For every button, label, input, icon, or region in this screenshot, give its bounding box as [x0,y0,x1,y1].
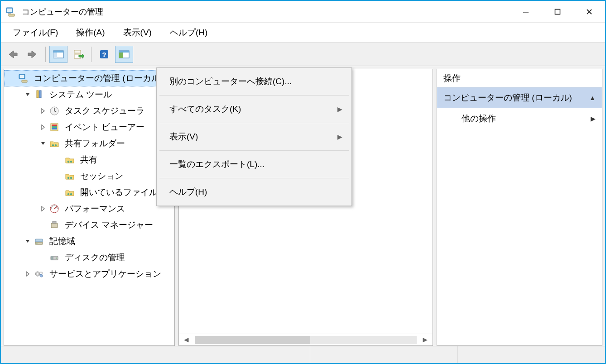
export-list-button[interactable] [69,46,87,63]
tree-expander-icon [53,187,64,198]
tree-expander-icon[interactable] [22,268,33,279]
tree-item[interactable]: 共有フォルダー [4,135,174,152]
tree-expander-icon[interactable] [38,138,48,149]
tree-expander-icon[interactable] [22,89,33,100]
menu-view[interactable]: 表示(V) [114,24,161,41]
context-menu-item[interactable]: 別のコンピューターへ接続(C)... [158,71,351,92]
tree-item-label: 共有フォルダー [65,138,125,149]
svg-rect-16 [20,75,24,78]
actions-more-item[interactable]: 他の操作 ▶ [437,108,602,129]
svg-rect-17 [22,80,27,82]
scrollbar-track[interactable] [195,336,417,344]
tree-item[interactable]: デバイス マネージャー [4,217,174,233]
svg-point-38 [37,243,38,244]
shared-folder-icon [64,154,76,166]
scroll-left-icon[interactable]: ◄ [183,335,190,345]
content: コンピューターの管理 (ローカル)システム ツールタスク スケジューライベント … [1,66,605,346]
tree-expander-icon [53,154,64,165]
tree-item[interactable]: サービスとアプリケーション [4,266,174,282]
svg-rect-37 [35,242,43,244]
tree-panel: コンピューターの管理 (ローカル)システム ツールタスク スケジューライベント … [4,69,175,346]
results-panel: 名前 ◄ ► 別のコンピューターへ接続(C)...すべてのタスク(K)▶表示(V… [178,69,433,346]
svg-rect-40 [51,256,53,260]
svg-rect-19 [39,91,41,98]
svg-point-44 [40,274,43,277]
context-menu-item[interactable]: ヘルプ(H) [158,181,351,203]
svg-rect-36 [35,239,43,242]
svg-rect-18 [37,91,38,98]
tree-item-label: システム ツール [49,89,112,101]
actions-panel-header: 操作 [437,69,602,87]
window-title: コンピューターの管理 [22,6,103,17]
show-hide-actions-icon [118,49,130,59]
app-icon [5,5,17,18]
svg-rect-13 [119,51,129,53]
context-menu-separator [159,150,349,151]
tree-item-label: パフォーマンス [65,203,125,215]
statusbar [1,346,605,363]
menu-file[interactable]: ファイル(F) [4,24,67,41]
tree-item[interactable]: 共有 [4,152,174,168]
context-menu-separator [159,95,349,96]
nav-back-button[interactable] [4,46,22,63]
maximize-button[interactable] [542,1,573,22]
nav-forward-icon [26,49,39,59]
tree-expander-icon[interactable] [38,122,48,133]
scrollbar-thumb[interactable] [195,336,310,344]
close-button[interactable] [573,1,605,22]
toolbar: ? [1,43,605,66]
svg-text:?: ? [102,51,106,58]
tree-item-label: イベント ビューアー [65,121,144,133]
storage-icon [33,235,45,247]
tree-expander-icon [7,73,18,84]
svg-rect-7 [53,51,63,53]
svg-rect-22 [52,125,57,126]
svg-point-41 [56,258,57,259]
nav-forward-button[interactable] [24,46,42,63]
tree-item[interactable]: 開いているファイル [4,184,174,201]
svg-point-29 [67,177,69,179]
submenu-arrow-icon: ▶ [591,115,596,122]
svg-point-28 [70,161,72,163]
context-menu-item[interactable]: すべてのタスク(K)▶ [158,98,351,120]
svg-rect-24 [52,128,57,129]
actions-group-header[interactable]: コンピューターの管理 (ローカル) ▲ [437,87,602,108]
statusbar-cell [1,346,310,363]
tree-expander-icon[interactable] [38,203,48,214]
show-hide-actions-button[interactable] [115,46,133,63]
console-tree[interactable]: コンピューターの管理 (ローカル)システム ツールタスク スケジューライベント … [4,69,174,283]
tree-item[interactable]: セッション [4,168,174,184]
tree-item-label: コンピューターの管理 (ローカル) [34,72,163,84]
tree-item[interactable]: システム ツール [4,86,174,103]
svg-point-27 [67,161,69,163]
tree-item[interactable]: パフォーマンス [4,201,174,217]
tree-item[interactable]: コンピューターの管理 (ローカル) [4,70,174,86]
statusbar-cell [310,346,457,363]
menu-help[interactable]: ヘルプ(H) [161,24,216,41]
tree-expander-icon [38,220,48,230]
context-menu-item[interactable]: 一覧のエクスポート(L)... [158,153,351,175]
tree-item[interactable]: ディスクの管理 [4,249,174,266]
horizontal-scrollbar[interactable]: ◄ ► [179,334,433,345]
svg-point-32 [70,193,72,195]
shared-folders-icon [48,138,60,149]
tree-expander-icon[interactable] [38,105,48,116]
context-menu-item[interactable]: 表示(V)▶ [158,126,351,148]
minimize-button[interactable] [510,1,542,22]
actions-group-label: コンピューターの管理 (ローカル) [443,92,572,104]
help-button[interactable]: ? [95,46,113,63]
computer-mgmt-icon [18,72,29,84]
tree-item[interactable]: 記憶域 [4,233,174,249]
submenu-arrow-icon: ▶ [337,133,342,140]
context-menu-separator [159,178,349,178]
show-hide-tree-button[interactable] [49,46,67,63]
device-manager-icon [48,219,60,231]
tree-item[interactable]: タスク スケジューラ [4,103,174,119]
tree-expander-icon[interactable] [22,236,33,247]
menubar: ファイル(F) 操作(A) 表示(V) ヘルプ(H) [1,23,605,43]
svg-rect-34 [51,223,58,228]
svg-rect-4 [523,12,529,13]
scroll-right-icon[interactable]: ► [421,335,429,345]
tree-item[interactable]: イベント ビューアー [4,119,174,135]
menu-action[interactable]: 操作(A) [67,24,114,41]
